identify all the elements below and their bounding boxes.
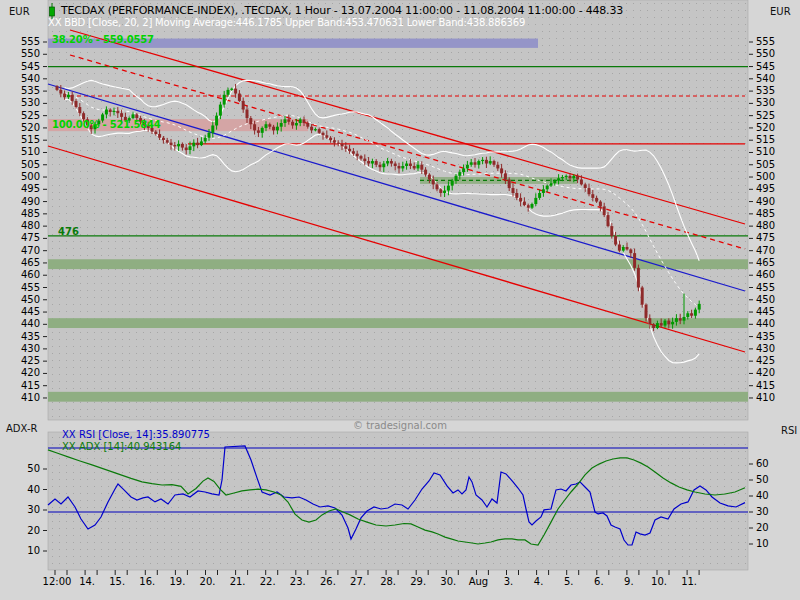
- price-tick-label: 490: [756, 197, 775, 207]
- price-tick-label: 510: [4, 147, 40, 157]
- price-tick-label: 515: [4, 135, 40, 145]
- price-tick-label: 540: [4, 74, 40, 84]
- price-tick-label: 455: [4, 283, 40, 293]
- indicator-axis-label-left: ADX-R: [6, 424, 37, 434]
- price-tick-label: 470: [4, 246, 40, 256]
- price-tick-label: 490: [4, 197, 40, 207]
- price-tick-label: 505: [756, 160, 775, 170]
- chart-window: EUR EUR ADX-R RSI TECDAX (PERFORMANCE-IN…: [0, 0, 800, 600]
- adx-tick-label: 40: [4, 485, 40, 495]
- plot-backgrounds[interactable]: [48, 0, 748, 570]
- price-tick-label: 520: [4, 123, 40, 133]
- price-tick-label: 460: [4, 270, 40, 280]
- rsi-tick-label: 50: [756, 475, 769, 485]
- price-tick-label: 515: [756, 135, 775, 145]
- price-tick-label: 450: [4, 295, 40, 305]
- price-tick-label: 415: [4, 381, 40, 391]
- price-tick-label: 555: [4, 37, 40, 47]
- adx-tick-label: 20: [4, 526, 40, 536]
- fib-level-100-label[interactable]: 100.00% - 521.5844: [52, 119, 161, 130]
- rsi-tick-label: 10: [756, 539, 769, 549]
- price-tick-label: 535: [4, 86, 40, 96]
- price-tick-label: 465: [4, 258, 40, 268]
- price-tick-label: 420: [756, 368, 775, 378]
- adx-tick-label: 10: [4, 546, 40, 556]
- price-tick-label: 435: [756, 332, 775, 342]
- price-tick-label: 475: [756, 233, 775, 243]
- price-tick-label: 545: [4, 62, 40, 72]
- adx-legend[interactable]: XX ADX [14]:40.943164: [62, 441, 181, 452]
- rsi-tick-label: 60: [756, 459, 769, 469]
- rsi-tick-label: 40: [756, 491, 769, 501]
- bollinger-legend[interactable]: XX BBD [Close, 20, 2] Moving Average:446…: [48, 17, 525, 28]
- price-tick-label: 430: [756, 344, 775, 354]
- price-tick-label: 480: [756, 221, 775, 231]
- price-tick-label: 555: [756, 37, 775, 47]
- price-tick-label: 540: [756, 74, 775, 84]
- price-tick-label: 465: [756, 258, 775, 268]
- price-tick-label: 535: [756, 86, 775, 96]
- adx-tick-label: 30: [4, 505, 40, 515]
- price-tick-label: 445: [756, 307, 775, 317]
- price-tick-label: 500: [756, 172, 775, 182]
- price-tick-label: 455: [756, 283, 775, 293]
- rsi-tick-label: 20: [756, 523, 769, 533]
- price-tick-label: 450: [756, 295, 775, 305]
- price-tick-label: 485: [756, 209, 775, 219]
- adx-tick-label: 50: [4, 464, 40, 474]
- price-tick-label: 525: [756, 111, 775, 121]
- chart-canvas[interactable]: [0, 0, 800, 600]
- price-tick-label: 425: [756, 356, 775, 366]
- price-tick-label: 545: [756, 62, 775, 72]
- rsi-tick-label: 30: [756, 507, 769, 517]
- price-tick-label: 485: [4, 209, 40, 219]
- price-tick-label: 505: [4, 160, 40, 170]
- price-tick-label: 520: [756, 123, 775, 133]
- price-tick-label: 530: [756, 98, 775, 108]
- price-tick-label: 480: [4, 221, 40, 231]
- tradesignal-watermark: © tradesignal.com: [320, 420, 480, 431]
- rsi-legend[interactable]: XX RSI [Close, 14]:35.890775: [62, 429, 210, 440]
- price-axis-unit-right: EUR: [770, 7, 791, 17]
- price-tick-label: 475: [4, 233, 40, 243]
- fib-level-38-label[interactable]: 38.20% - 559.0557: [52, 34, 154, 45]
- chart-title[interactable]: TECDAX (PERFORMANCE-INDEX), .TECDAX, 1 H…: [61, 4, 623, 17]
- price-tick-label: 410: [756, 393, 775, 403]
- price-tick-label: 425: [4, 356, 40, 366]
- price-tick-label: 440: [4, 319, 40, 329]
- price-tick-label: 440: [756, 319, 775, 329]
- price-tick-label: 415: [756, 381, 775, 391]
- support-level-label[interactable]: 476: [58, 226, 79, 237]
- price-tick-label: 495: [756, 184, 775, 194]
- price-tick-label: 470: [756, 246, 775, 256]
- time-tick-label: 11.: [671, 577, 707, 587]
- price-tick-label: 550: [756, 49, 775, 59]
- indicator-axis-label-right: RSI: [781, 426, 797, 436]
- price-tick-label: 430: [4, 344, 40, 354]
- price-tick-label: 525: [4, 111, 40, 121]
- price-tick-label: 510: [756, 147, 775, 157]
- price-tick-label: 435: [4, 332, 40, 342]
- price-tick-label: 550: [4, 49, 40, 59]
- price-tick-label: 500: [4, 172, 40, 182]
- price-axis-unit-left: EUR: [9, 7, 30, 17]
- price-tick-label: 420: [4, 368, 40, 378]
- price-tick-label: 460: [756, 270, 775, 280]
- price-tick-label: 410: [4, 393, 40, 403]
- price-tick-label: 495: [4, 184, 40, 194]
- price-tick-label: 530: [4, 98, 40, 108]
- price-tick-label: 445: [4, 307, 40, 317]
